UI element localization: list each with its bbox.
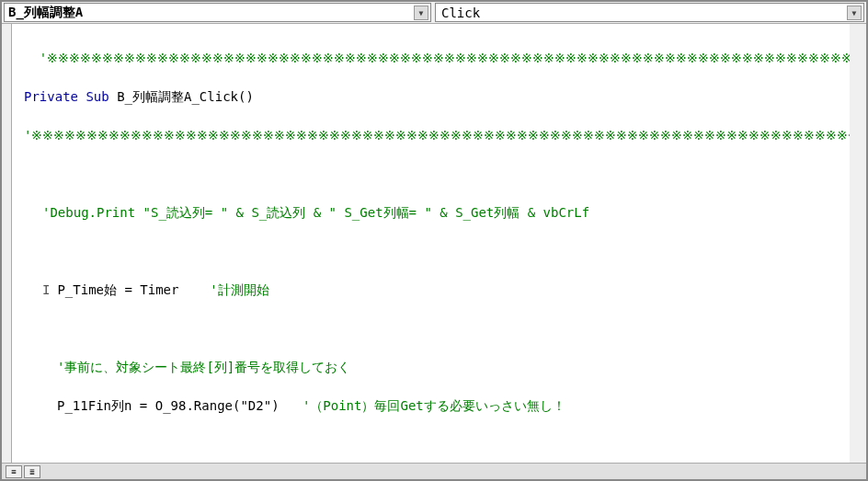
- code-comment: '（Point）毎回Getする必要いっさい無し！: [303, 398, 565, 413]
- code-text: B_列幅調整A_Click(): [109, 89, 254, 104]
- procedure-dropdown[interactable]: Click ▼: [435, 3, 864, 22]
- chevron-down-icon[interactable]: ▼: [847, 6, 862, 20]
- text-cursor-icon: I: [42, 281, 50, 300]
- code-comment: '※※※※※※※※※※※※※※※※※※※※※※※※※※※※※※※※※※※※※※※…: [24, 51, 866, 65]
- code-text: P_Time始 = Timer: [57, 282, 210, 297]
- code-text: P_11Fin列n = O_98.Range("D2"): [57, 398, 303, 413]
- object-dropdown[interactable]: B_列幅調整A ▼: [4, 3, 431, 22]
- top-bar: B_列幅調整A ▼ Click ▼: [2, 2, 866, 24]
- procedure-view-button[interactable]: ≡: [6, 465, 22, 478]
- bottom-bar: ≡ ≣: [2, 463, 866, 479]
- editor-frame: B_列幅調整A ▼ Click ▼ '※※※※※※※※※※※※※※※※※※※※※…: [0, 0, 868, 481]
- chevron-down-icon[interactable]: ▼: [414, 6, 428, 20]
- code-keyword: Private Sub: [24, 89, 109, 104]
- code-comment: '※※※※※※※※※※※※※※※※※※※※※※※※※※※※※※※※※※※※※※※…: [24, 128, 866, 143]
- code-comment: '計測開始: [210, 282, 268, 297]
- code-comment: 'Debug.Print "S_読込列= " & S_読込列 & " S_Get…: [42, 205, 589, 220]
- procedure-dropdown-value: Click: [441, 6, 480, 20]
- object-dropdown-value: B_列幅調整A: [8, 5, 83, 21]
- full-module-view-button[interactable]: ≣: [24, 465, 40, 478]
- code-comment: '事前に、対象シート最終[列]番号を取得しておく: [57, 360, 350, 374]
- code-editor[interactable]: '※※※※※※※※※※※※※※※※※※※※※※※※※※※※※※※※※※※※※※※…: [2, 24, 866, 463]
